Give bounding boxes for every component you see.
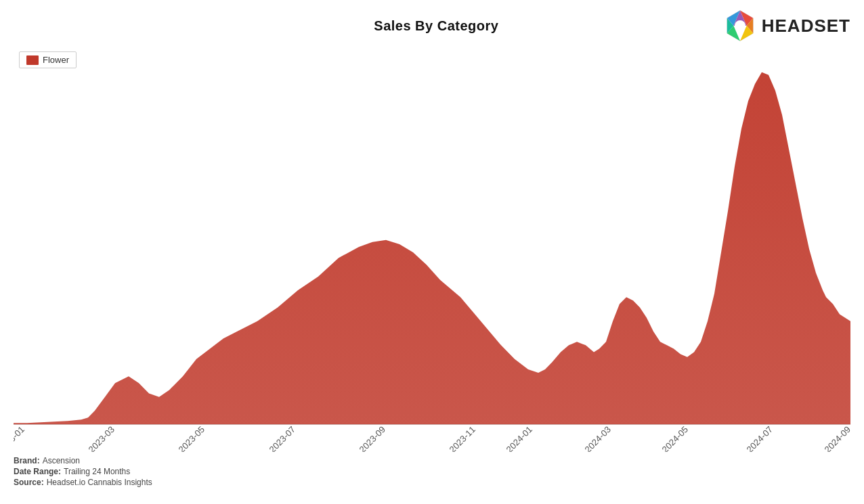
chart-footer: Brand: Ascension Date Range: Trailing 24… xyxy=(0,452,864,487)
date-range-label: Date Range: xyxy=(14,467,61,476)
header: Sales By Category xyxy=(0,0,864,46)
chart-legend: Flower xyxy=(19,51,77,68)
page-container: Sales By Category xyxy=(0,0,864,504)
chart-area: Flower 2023-01 2023-03 xyxy=(14,46,850,452)
x-label-2023-07: 2023-07 xyxy=(267,424,297,452)
x-label-2023-11: 2023-11 xyxy=(448,424,477,452)
x-label-2024-01: 2024-01 xyxy=(504,424,534,452)
footer-source-row: Source: Headset.io Cannabis Insights xyxy=(14,478,850,487)
svg-point-1 xyxy=(735,20,746,31)
headset-logo-icon xyxy=(724,9,756,42)
x-label-2023-05: 2023-05 xyxy=(177,424,207,452)
brand-label: Brand: xyxy=(14,456,40,465)
x-label-2024-05: 2024-05 xyxy=(660,424,690,452)
chart-svg: 2023-01 2023-03 2023-05 2023-07 2023-09 … xyxy=(14,46,850,452)
legend-label-flower: Flower xyxy=(43,55,69,65)
page-title: Sales By Category xyxy=(149,18,724,34)
x-label-2024-03: 2024-03 xyxy=(583,424,613,452)
x-label-2023-03: 2023-03 xyxy=(87,424,116,452)
footer-brand-row: Brand: Ascension xyxy=(14,456,850,465)
x-label-2023-09: 2023-09 xyxy=(358,424,387,452)
x-label-2024-07: 2024-07 xyxy=(745,424,775,452)
x-label-2024-09: 2024-09 xyxy=(823,424,850,452)
source-value: Headset.io Cannabis Insights xyxy=(47,478,152,487)
logo-text: HEADSET xyxy=(762,16,850,37)
date-range-value: Trailing 24 Months xyxy=(64,467,130,476)
x-label-2023-01: 2023-01 xyxy=(14,424,26,452)
headset-logo: HEADSET xyxy=(724,9,850,42)
source-label: Source: xyxy=(14,478,44,487)
brand-value: Ascension xyxy=(43,456,80,465)
footer-daterange-row: Date Range: Trailing 24 Months xyxy=(14,467,850,476)
legend-color-flower xyxy=(26,55,39,65)
